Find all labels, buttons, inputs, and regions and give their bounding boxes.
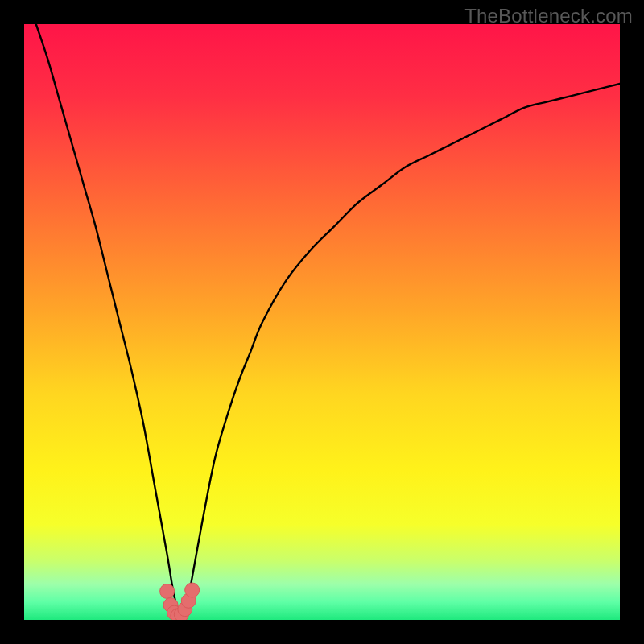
- chart-frame: TheBottleneck.com: [0, 0, 644, 644]
- marker-dot: [160, 584, 175, 598]
- chart-plot: [24, 24, 620, 620]
- plot-background: [24, 24, 620, 620]
- marker-dot: [185, 583, 200, 597]
